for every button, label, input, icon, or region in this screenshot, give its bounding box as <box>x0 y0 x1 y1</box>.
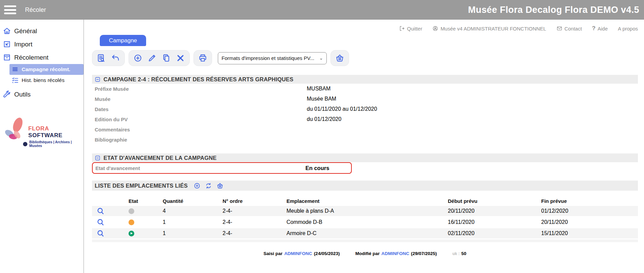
campaign-section-header: CAMPAGNE 2-4 : RÉCOLEMENT DES RÉSERVES A… <box>92 75 638 84</box>
delete-button[interactable] <box>176 54 185 63</box>
cell-quantite: 1 <box>159 230 220 236</box>
print-formats-dropdown[interactable]: Formats d'impression et statistiques PV.… <box>218 52 327 64</box>
sidebar-item-label: Import <box>14 41 32 48</box>
status-dot <box>129 219 134 225</box>
saisi-date: (24/05/2023) <box>314 251 340 256</box>
contact-link[interactable]: Contact <box>556 25 582 31</box>
sidebar-item-label: Général <box>14 27 37 35</box>
basket-button[interactable] <box>335 54 344 63</box>
sidebar-item-outils[interactable]: Outils <box>0 88 84 101</box>
main-content: Quitter Musée v4 ADMINISTRATEUR FONCTION… <box>84 20 644 273</box>
brand-tagline: Bibliothèques | Archives | Musées <box>28 140 84 148</box>
cell-quantite: 4 <box>159 208 220 214</box>
field-label: Bibliographie <box>92 137 307 143</box>
cell-debut: 20/11/2020 <box>440 208 534 214</box>
add-button[interactable] <box>133 54 142 63</box>
checklist-icon <box>12 77 19 84</box>
refresh-button[interactable] <box>205 182 212 189</box>
modifie-date: (29/07/2025) <box>411 251 437 256</box>
section-title: ETAT D'AVANCEMENT DE LA CAMPAGNE <box>104 155 217 161</box>
locations-section-header: LISTE DES EMPLACEMENTS LIÉS <box>92 181 638 191</box>
view-record-button[interactable] <box>96 207 105 215</box>
field-value: MUSBAM <box>307 86 330 92</box>
cell-quantite: 1 <box>159 219 220 225</box>
apropos-link[interactable]: A propos <box>618 26 638 31</box>
user-account[interactable]: Musée v4 ADMINISTRATEUR FONCTIONNEL <box>432 25 546 31</box>
table-row: 4 2-4- Meuble à plans D-A 20/11/2020 01/… <box>92 206 638 216</box>
field-value: Musée BAM <box>307 96 336 102</box>
cell-debut: 02/11/2020 <box>440 230 534 236</box>
archive-box-icon <box>3 53 11 62</box>
uk-value: 50 <box>461 251 466 256</box>
aide-link[interactable]: ? Aide <box>592 25 607 32</box>
window-title: Musée Flora Decalog Flora DEMO v4.5 <box>468 5 639 15</box>
sidebar-item-label: Outils <box>14 91 31 98</box>
modifie-prefix: Modifié par <box>355 251 380 256</box>
sidebar-item-recolement[interactable]: Récolement <box>0 51 84 64</box>
cell-ordre: 2-4- <box>220 230 284 236</box>
col-header-quantite: Quantité <box>159 198 220 204</box>
field-label: Commentaires <box>92 127 307 132</box>
view-record-button[interactable] <box>96 229 105 238</box>
cell-debut: 16/11/2020 <box>440 219 534 225</box>
quitter-label: Quitter <box>407 26 422 31</box>
tab-campagne[interactable]: Campagne <box>100 35 146 46</box>
top-bar: Récoler Musée Flora Decalog Flora DEMO v… <box>0 0 644 20</box>
print-button[interactable] <box>198 54 207 63</box>
table-header-row: Etat Quantité N° ordre Emplacement Début… <box>92 197 638 205</box>
sidebar-item-import[interactable]: Import <box>0 38 84 51</box>
cell-ordre: 2-4- <box>220 208 284 214</box>
sidebar-item-general[interactable]: Général <box>0 24 84 38</box>
user-label: Musée v4 ADMINISTRATEUR FONCTIONNEL <box>440 26 546 31</box>
col-header-emplacement: Emplacement <box>284 198 440 204</box>
add-location-button[interactable] <box>193 182 201 189</box>
flora-flower-icon <box>3 116 27 145</box>
header-links: Quitter Musée v4 ADMINISTRATEUR FONCTION… <box>92 24 638 33</box>
dropdown-value: Formats d'impression et statistiques PV.… <box>222 55 314 61</box>
field-label: Musée <box>92 96 307 102</box>
question-mark-icon: ? <box>592 25 595 32</box>
col-header-ordre: N° ordre <box>220 198 284 204</box>
field-value: du 01/12/2020 <box>307 116 341 122</box>
basket-small-button[interactable] <box>216 182 224 189</box>
flora-software-logo: FLORA SOFTWARE Bibliothèques | Archives … <box>0 116 84 148</box>
copy-button[interactable] <box>162 54 171 63</box>
app-label: Récoler <box>25 6 46 14</box>
field-row-bibliographie: Bibliographie <box>92 134 638 145</box>
menu-icon[interactable] <box>4 5 16 14</box>
sidebar-item-label: Récolement <box>14 54 48 61</box>
field-row-commentaires: Commentaires <box>92 124 638 134</box>
brand-name: FLORA SOFTWARE <box>28 125 84 139</box>
cell-emplacement: Commode D-B <box>284 219 440 225</box>
cell-fin: 01/12/2020 <box>534 208 638 214</box>
collapse-icon[interactable] <box>95 155 100 161</box>
field-row-prefixe-musee: Préfixe Musée MUSBAM <box>92 84 638 94</box>
undo-button[interactable] <box>111 54 120 63</box>
sidebar-item-hist-biens-recoles[interactable]: Hist. biens récolés <box>9 75 84 86</box>
section-title: LISTE DES EMPLACEMENTS LIÉS <box>95 183 188 189</box>
modifie-user-link[interactable]: ADMINFONC <box>381 251 409 256</box>
brand-dot-icon <box>23 142 27 146</box>
field-label: Edition du PV <box>92 117 307 122</box>
import-icon <box>3 40 11 48</box>
col-header-etat: Etat <box>125 198 159 204</box>
edit-button[interactable] <box>147 54 157 63</box>
cell-ordre: 2-4- <box>220 219 284 225</box>
col-header-fin: Fin prévue <box>534 198 638 204</box>
field-row-dates: Dates du 01/11/2020 au 01/12/2020 <box>92 104 638 114</box>
sidebar-item-label: Hist. biens récolés <box>22 77 65 83</box>
sidebar-item-campagne-recolmt[interactable]: Campagne récolmt. <box>9 64 84 75</box>
view-record-button[interactable] <box>96 218 105 227</box>
field-row-edition-pv: Edition du PV du 01/12/2020 <box>92 114 638 124</box>
list-search-button[interactable] <box>97 54 106 63</box>
toolbar: Formats d'impression et statistiques PV.… <box>92 50 638 66</box>
field-label: Dates <box>92 106 307 112</box>
collapse-icon[interactable] <box>95 77 100 82</box>
saisi-user-link[interactable]: ADMINFONC <box>284 251 312 256</box>
user-icon <box>432 25 438 31</box>
quitter-link[interactable]: Quitter <box>399 25 422 31</box>
sidebar: Général Import Récolement Campagne récol… <box>0 20 84 273</box>
contact-label: Contact <box>565 26 582 31</box>
progress-value: En cours <box>305 165 329 171</box>
sidebar-item-label: Campagne récolmt. <box>22 66 70 72</box>
